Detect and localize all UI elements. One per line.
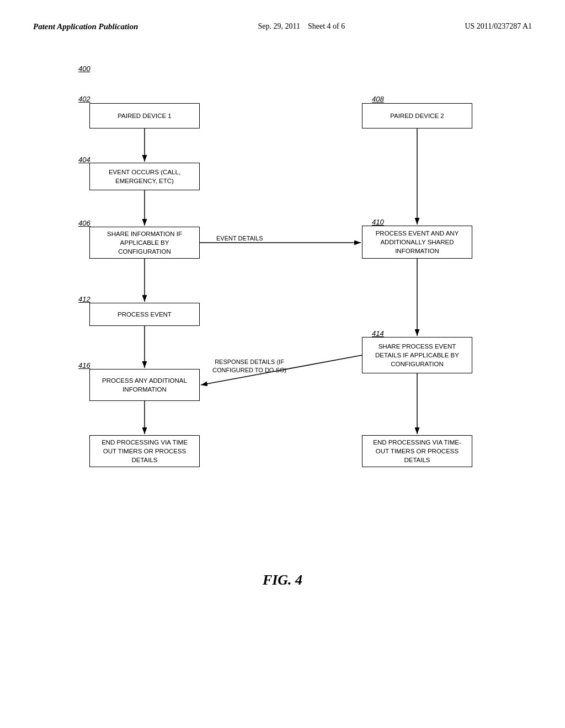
box-process-event-left: PROCESS EVENT xyxy=(89,303,200,326)
box-paired-device-2: PAIRED DEVICE 2 xyxy=(362,103,472,129)
ref-406: 406 xyxy=(78,219,90,227)
ref-412: 412 xyxy=(78,295,90,303)
box-share-info: SHARE INFORMATION IF APPLICABLE BY CONFI… xyxy=(89,227,200,259)
label-response-details: RESPONSE DETAILS (IF CONFIGURED TO DO SO… xyxy=(205,358,294,375)
header-patent-number: US 2011/0237287 A1 xyxy=(465,22,532,31)
diagram-container: 400 402 PAIRED DEVICE 1 404 EVENT OCCURS… xyxy=(45,65,520,561)
header-date: Sep. 29, 2011 xyxy=(258,22,300,30)
box-end-processing-right: END PROCESSING VIA TIME-OUT TIMERS OR PR… xyxy=(362,435,472,467)
header-date-sheet: Sep. 29, 2011 Sheet 4 of 6 xyxy=(258,22,345,31)
page-header: Patent Application Publication Sep. 29, … xyxy=(33,22,532,31)
figure-label: FIG. 4 xyxy=(33,572,532,588)
header-sheet: Sheet 4 of 6 xyxy=(308,22,345,30)
ref-408: 408 xyxy=(372,95,384,103)
box-share-process-event: SHARE PROCESS EVENT DETAILS IF APPLICABL… xyxy=(362,337,472,373)
ref-400: 400 xyxy=(78,65,90,73)
ref-416: 416 xyxy=(78,361,90,370)
ref-414: 414 xyxy=(372,329,384,338)
header-publication-type: Patent Application Publication xyxy=(33,22,138,31)
box-process-event-right: PROCESS EVENT AND ANY ADDITIONALLY SHARE… xyxy=(362,226,472,259)
ref-404: 404 xyxy=(78,156,90,164)
box-event-occurs: EVENT OCCURS (CALL, EMERGENCY, ETC) xyxy=(89,163,200,190)
box-process-any-additional: PROCESS ANY ADDITIONAL INFORMATION xyxy=(89,369,200,401)
ref-402: 402 xyxy=(78,95,90,103)
box-paired-device-1: PAIRED DEVICE 1 xyxy=(89,103,200,129)
ref-410: 410 xyxy=(372,218,384,226)
box-end-processing-left: END PROCESSING VIA TIME OUT TIMERS OR PR… xyxy=(89,435,200,467)
label-event-details: EVENT DETAILS xyxy=(216,234,263,243)
